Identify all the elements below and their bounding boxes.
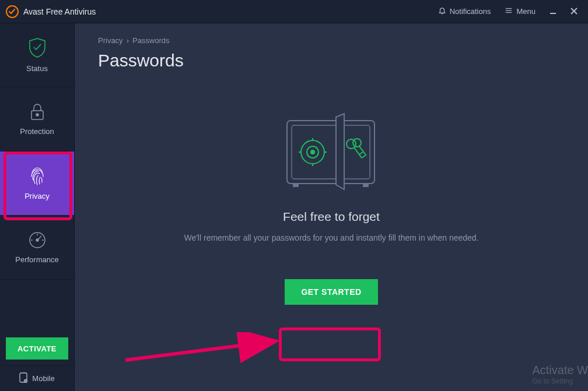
breadcrumb-part: Passwords	[132, 36, 170, 45]
get-started-button[interactable]: GET STARTED	[285, 279, 377, 305]
close-icon	[570, 6, 578, 17]
breadcrumb-separator: ›	[127, 36, 129, 45]
main-content: Privacy › Passwords Passwords	[75, 23, 588, 391]
svg-point-34	[353, 139, 361, 147]
hero-title: Feel free to forget	[283, 210, 380, 224]
activate-label: ACTIVATE	[18, 344, 57, 353]
sidebar-item-privacy[interactable]: Privacy	[0, 152, 74, 216]
svg-line-32	[359, 152, 363, 154]
shield-check-icon	[28, 37, 47, 58]
windows-activation-watermark: Activate W Go to Setting	[532, 364, 588, 385]
sidebar-item-status[interactable]: Status	[0, 23, 74, 87]
app-title: Avast Free Antivirus	[23, 7, 96, 16]
breadcrumb: Privacy › Passwords	[98, 36, 565, 45]
sidebar-item-label: Performance	[15, 255, 58, 264]
notifications-label: Notifications	[450, 7, 491, 16]
page-title: Passwords	[98, 51, 565, 71]
menu-label: Menu	[516, 7, 536, 16]
sidebar-item-label: Protection	[20, 127, 54, 136]
gauge-icon	[28, 231, 47, 249]
svg-line-33	[362, 156, 365, 158]
sidebar-item-performance[interactable]: Performance	[0, 216, 74, 280]
close-button[interactable]	[566, 3, 582, 20]
menu-button[interactable]: Menu	[500, 4, 540, 19]
svg-rect-37	[363, 184, 369, 187]
get-started-label: GET STARTED	[301, 287, 361, 297]
activate-button[interactable]: ACTIVATE	[6, 337, 68, 360]
safe-illustration-icon	[279, 111, 384, 195]
watermark-line1: Activate W	[532, 364, 588, 377]
breadcrumb-part[interactable]: Privacy	[98, 36, 123, 45]
sidebar-mobile-button[interactable]: Mobile	[0, 365, 74, 391]
svg-rect-36	[293, 184, 299, 187]
svg-line-31	[354, 147, 362, 158]
watermark-line2: Go to Setting	[532, 377, 588, 385]
bell-icon	[438, 6, 446, 16]
titlebar: Avast Free Antivirus Notifications Menu	[0, 0, 588, 23]
svg-point-8	[36, 114, 38, 116]
avast-logo-icon	[6, 5, 19, 18]
sidebar-item-label: Status	[26, 64, 48, 73]
mobile-label: Mobile	[32, 374, 54, 383]
svg-marker-22	[336, 114, 344, 189]
svg-line-11	[37, 236, 41, 240]
hero-subtitle: We'll remember all your passwords for yo…	[184, 232, 478, 244]
hamburger-icon	[505, 6, 513, 16]
sidebar-item-label: Privacy	[24, 192, 50, 200]
sidebar-item-protection[interactable]: Protection	[0, 87, 74, 152]
svg-point-25	[311, 150, 314, 154]
minimize-button[interactable]	[545, 3, 561, 20]
sidebar: Status Protection	[0, 23, 75, 391]
lock-icon	[29, 103, 46, 121]
minimize-icon	[550, 6, 556, 17]
fingerprint-icon	[29, 166, 46, 186]
mobile-icon	[19, 372, 27, 385]
notifications-button[interactable]: Notifications	[433, 4, 496, 19]
